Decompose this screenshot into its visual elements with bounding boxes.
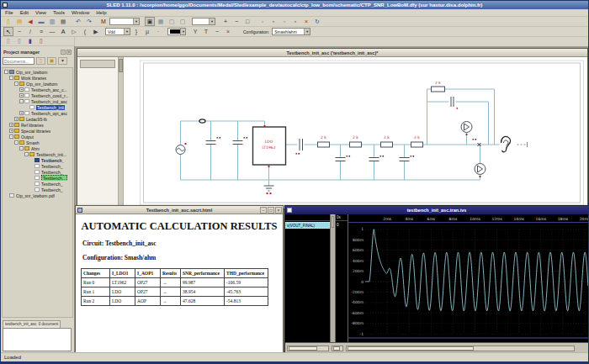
- tree-expander-icon[interactable]: −: [24, 152, 29, 156]
- repeat-tool[interactable]: ~: [14, 27, 24, 36]
- print-button[interactable]: ▦: [58, 17, 68, 26]
- stimulus-tool[interactable]: ~: [212, 27, 222, 36]
- report-window-titlebar[interactable]: Testbench_init_asc.sacrt.html − □ ×: [76, 206, 283, 214]
- probe-tool[interactable]: T: [201, 27, 211, 36]
- resistor[interactable]: [350, 142, 362, 147]
- tree-item-output[interactable]: −Output: [3, 134, 72, 140]
- line-tool[interactable]: —: [47, 27, 57, 36]
- close-button[interactable]: ×: [275, 207, 282, 214]
- text-tool[interactable]: A: [58, 27, 68, 36]
- tree-item-ctp-snr-lowbom[interactable]: −Ctp_snr_lowbom: [3, 81, 72, 87]
- tree-expander-icon[interactable]: −: [4, 70, 8, 74]
- tree-item-testbench[interactable]: Testbench...: [3, 175, 72, 181]
- document-count-tab[interactable]: testbench_init_asc: 0 document: [3, 320, 61, 328]
- window-titlebar[interactable]: SLED 1.11.0 : /scorpion/home/ggo/Documen…: [1, 1, 588, 9]
- menu-edit[interactable]: Edit: [20, 10, 29, 15]
- schematic-canvas[interactable]: LDO LT1962 2 k 2 k 2 k 2 k 2 k: [125, 58, 587, 208]
- tree-expander-icon[interactable]: +: [9, 129, 13, 133]
- menu-window[interactable]: Window: [72, 10, 89, 15]
- save-button[interactable]: ▬: [36, 17, 46, 26]
- next-sheet-button[interactable]: ▢: [178, 17, 188, 26]
- resistor[interactable]: [318, 142, 330, 147]
- resistor[interactable]: [381, 142, 393, 147]
- maximize-button[interactable]: □: [268, 207, 274, 214]
- schematic-window-titlebar[interactable]: Testbench_init_asc ('testbench_init_asc)…: [77, 49, 587, 57]
- tree-expander-icon[interactable]: +: [19, 87, 24, 92]
- tree-item-testbench[interactable]: Testbench_: [3, 181, 72, 187]
- resistor[interactable]: [411, 142, 423, 147]
- open-document-button[interactable]: ▤: [14, 17, 24, 26]
- tree-expander-icon[interactable]: −: [9, 135, 13, 139]
- tree-item-testbench[interactable]: Testbench_: [3, 187, 72, 193]
- panel-menu-button[interactable]: ▫: [61, 50, 66, 55]
- tree-item-testbench-asc-c[interactable]: +Testbench_asc_c...: [3, 87, 72, 92]
- tree-item-testbench-init[interactable]: Testbench_init: [3, 104, 72, 110]
- tree-expander-icon[interactable]: +: [9, 123, 13, 127]
- junction-tool[interactable]: Y: [190, 27, 200, 36]
- amplifier-bottom[interactable]: [475, 164, 486, 175]
- highlight-button[interactable]: ▫: [279, 17, 289, 26]
- panel-scrollbar[interactable]: [118, 57, 123, 208]
- tree-item-ctp-snr-lowbom-pdf[interactable]: Ctp_snr_lowbom.pdf: [3, 193, 72, 198]
- zoom-area-button[interactable]: □: [242, 17, 252, 26]
- properties-button[interactable]: ▪: [290, 17, 300, 26]
- refresh-button[interactable]: ↻: [312, 17, 322, 26]
- dot-tool[interactable]: ·: [153, 27, 163, 36]
- menu-view[interactable]: View: [35, 10, 46, 15]
- tree-item-testbench-init[interactable]: −Testbench_init...: [3, 151, 72, 157]
- doc-schematic-button[interactable]: ▮: [25, 37, 35, 46]
- new-document-button[interactable]: ▯: [3, 17, 13, 26]
- doc-plain-button[interactable]: ▯: [3, 37, 13, 46]
- redo-button[interactable]: ↷: [84, 17, 94, 26]
- tree-expander-icon[interactable]: −: [19, 146, 24, 150]
- amplifier-top[interactable]: [461, 122, 472, 133]
- find-combo[interactable]: ▼: [109, 18, 140, 25]
- menu-file[interactable]: File: [5, 10, 13, 15]
- tree-item-special-libraries[interactable]: +Special libraries: [3, 128, 72, 134]
- connector-node[interactable]: [199, 119, 205, 123]
- sheet-settings-button[interactable]: ▣: [145, 17, 155, 26]
- tree-expander-icon[interactable]: −: [14, 82, 19, 86]
- tree-item-testbench[interactable]: Testbench_: [3, 163, 72, 169]
- tree-item-ledac95-lb[interactable]: +Ledac95-lb: [3, 116, 72, 122]
- tree-expander-icon[interactable]: −: [9, 76, 13, 80]
- polygon-tool[interactable]: ▷: [69, 27, 79, 36]
- plot-scrollbar[interactable]: [346, 346, 575, 351]
- doc-report-button[interactable]: ▯: [36, 37, 46, 46]
- sheet-number-combo[interactable]: ▼: [192, 18, 215, 25]
- configuration-combo[interactable]: Smash/ahm▼: [272, 28, 310, 35]
- erase-tool[interactable]: ×: [223, 27, 233, 36]
- save-all-button[interactable]: ▥: [47, 17, 57, 26]
- values-scrollbar[interactable]: [332, 346, 343, 351]
- tree-item-testbench-cosd-r[interactable]: +Testbench_cosd_r...: [3, 92, 72, 98]
- tree-expander-icon[interactable]: +: [14, 117, 19, 121]
- select-mode-button[interactable]: ▫: [257, 17, 268, 26]
- new-document-button[interactable]: ▯: [36, 57, 45, 65]
- arrow-tool[interactable]: ▶: [91, 27, 101, 36]
- new-folder-button[interactable]: ▣: [47, 57, 56, 65]
- find-button[interactable]: M: [98, 17, 109, 26]
- names-scrollbar[interactable]: [287, 346, 329, 351]
- color-picker[interactable]: ▼: [167, 28, 186, 35]
- zoom-out-button[interactable]: −: [231, 17, 241, 26]
- tree-item-testbench-ind-asc[interactable]: −Testbench_ind_asc: [3, 98, 72, 104]
- tree-item-testbench[interactable]: Testbench_: [3, 169, 72, 175]
- minimize-button[interactable]: −: [260, 207, 267, 214]
- tree-item-work-libraries[interactable]: −Work libraries: [3, 75, 72, 81]
- documents-filter-input[interactable]: [3, 57, 34, 65]
- waveform-window-titlebar[interactable]: testbench_init_asc.tran.ivs: [285, 206, 588, 214]
- bracket-tool[interactable]: }: [131, 27, 141, 36]
- arc-tool[interactable]: (: [80, 27, 90, 36]
- previous-sheet-button[interactable]: ▢: [167, 17, 177, 26]
- panel-close-button[interactable]: ×: [66, 50, 72, 55]
- tree-item-smash[interactable]: −Smash: [3, 140, 72, 145]
- zoom-in-button[interactable]: +: [220, 17, 231, 26]
- import-button[interactable]: ◀: [25, 17, 35, 26]
- tree-item-ctp-snr-lowbom[interactable]: −Ctp_snr_lowbom: [3, 69, 72, 75]
- tree-expander-icon[interactable]: +: [19, 111, 24, 115]
- tree-expander-icon[interactable]: −: [19, 99, 24, 103]
- tree-item-testbench-opt-asc[interactable]: +Testbench_opt_asc: [3, 110, 72, 116]
- wire-tool[interactable]: /: [25, 27, 35, 36]
- tree-item-testbench[interactable]: Testbench_: [3, 157, 72, 163]
- tree-expander-icon[interactable]: +: [19, 93, 24, 98]
